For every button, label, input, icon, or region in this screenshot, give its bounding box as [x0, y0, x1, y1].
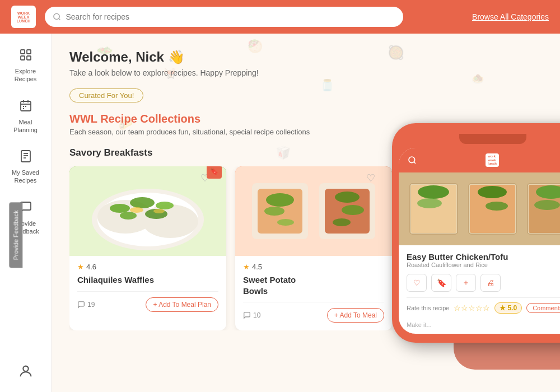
- phone-header: work week lunch: [399, 148, 560, 172]
- svg-rect-2: [27, 50, 31, 54]
- svg-rect-3: [21, 56, 25, 60]
- search-input[interactable]: [66, 12, 395, 21]
- sidebar-item-explore[interactable]: ExploreRecipes: [3, 43, 48, 89]
- heart-icon-2[interactable]: ♡: [366, 172, 375, 184]
- phone-recipe-details: Easy Butter Chicken/Tofu Roasted Caulifl…: [399, 245, 560, 318]
- card-body-1: ★ 4.6 Chilaquiles Waffles 19 + Add To Me…: [69, 256, 226, 320]
- meal-planning-icon: [19, 99, 32, 116]
- phone-recipe-image: [399, 172, 560, 245]
- phone-star-filled: ★: [500, 304, 506, 312]
- logo-text-1: work: [17, 11, 30, 15]
- card-footer-2: 10 + Add To Meal: [243, 302, 384, 323]
- phone-recipe-subtitle: Roasted Cauliflower and Rice: [407, 262, 560, 268]
- feedback-tab[interactable]: Provide Feedback: [9, 203, 22, 268]
- phone-heart-btn[interactable]: ♡: [407, 274, 427, 292]
- svg-rect-1: [21, 50, 25, 54]
- phone-star-empty: ☆☆☆☆☆: [454, 304, 490, 312]
- phone-bookmark-btn[interactable]: 🔖: [431, 274, 451, 292]
- svg-point-38: [277, 219, 294, 226]
- svg-rect-4: [27, 56, 31, 60]
- phone-logo-line3: lunch: [488, 162, 497, 166]
- svg-point-34: [266, 193, 294, 207]
- notch-inner: [459, 134, 526, 144]
- phone-score-value: 5.0: [507, 304, 517, 312]
- browse-all-link[interactable]: Browse All Categories: [472, 12, 549, 21]
- bookmark-icon-1: 🔖: [207, 166, 222, 179]
- svg-point-22: [110, 204, 130, 213]
- phone-notch: [399, 132, 560, 146]
- sidebar-saved-label: My SavedRecipes: [12, 169, 39, 185]
- user-avatar[interactable]: [18, 363, 34, 383]
- sidebar-meal-planning-label: MealPlanning: [13, 118, 38, 134]
- svg-point-16: [23, 366, 28, 371]
- rating-score-2: 4.5: [252, 263, 262, 271]
- logo-text-3: lunch: [17, 19, 31, 23]
- search-icon: [53, 12, 61, 21]
- phone-search-icon[interactable]: [408, 156, 417, 165]
- phone-screen: work week lunch: [399, 148, 560, 334]
- phone-overlay: work week lunch: [392, 123, 560, 343]
- card-comments-2: 10: [243, 311, 260, 319]
- add-to-meal-plan-btn-2[interactable]: + Add To Meal: [327, 308, 384, 323]
- svg-rect-12: [21, 151, 30, 162]
- phone-logo-line2: week: [488, 158, 497, 162]
- card-rating-1: ★ 4.6: [77, 263, 218, 271]
- comment-icon-1: [77, 301, 85, 309]
- app-header: work week lunch Browse All Categories: [0, 0, 560, 34]
- phone-make-label: Make it...: [407, 321, 432, 328]
- recipe-card-chilaquiles: ♡ 🔖 ★ 4.6 Chilaquiles Waffles 19: [69, 166, 226, 330]
- app-logo[interactable]: work week lunch: [11, 6, 36, 28]
- phone-rating-row: Rate this recipe ☆☆☆☆☆ ★ 5.0 Comments: [407, 297, 560, 314]
- phone-add-btn[interactable]: ＋: [456, 274, 476, 292]
- welcome-tagline: Take a look below to explore recipes. Ha…: [69, 68, 542, 77]
- card-comments-1: 19: [77, 301, 95, 309]
- sidebar-item-meal-planning[interactable]: MealPlanning: [3, 94, 48, 140]
- sidebar-item-saved[interactable]: My SavedRecipes: [3, 144, 48, 190]
- phone-print-btn[interactable]: 🖨: [480, 274, 501, 292]
- svg-point-37: [342, 205, 364, 215]
- phone-logo: work week lunch: [486, 153, 499, 167]
- sidebar: ExploreRecipes MealPlanning My SavedReci…: [0, 34, 52, 392]
- svg-point-26: [120, 212, 137, 220]
- phone-recipe-name: Easy Butter Chicken/Tofu: [407, 252, 560, 262]
- card-footer-1: 19 + Add To Meal Plan: [77, 291, 218, 312]
- card-body-2: ★ 4.5 Sweet PotatoBowls 10 + Add To Meal: [235, 256, 392, 330]
- username-text: Nick: [136, 49, 164, 64]
- svg-point-39: [333, 218, 351, 226]
- search-bar[interactable]: [45, 7, 403, 27]
- card-name-2: Sweet PotatoBowls: [243, 274, 384, 296]
- svg-point-27: [130, 207, 143, 213]
- svg-point-40: [409, 157, 415, 163]
- svg-point-21: [142, 204, 198, 238]
- add-to-meal-plan-btn-1[interactable]: + Add To Meal Plan: [146, 297, 218, 312]
- phone-score-badge: ★ 5.0: [494, 302, 522, 314]
- saved-recipes-icon: [19, 150, 32, 166]
- svg-point-55: [486, 202, 508, 211]
- feedback-tab-label: Provide Feedback: [12, 211, 19, 260]
- svg-point-52: [478, 186, 507, 198]
- phone-content: Easy Butter Chicken/Tofu Roasted Caulifl…: [399, 172, 560, 334]
- card-image-1: ♡ 🔖: [69, 166, 226, 256]
- svg-point-35: [335, 192, 360, 203]
- phone-rate-label: Rate this recipe: [407, 305, 449, 311]
- phone-comments-btn[interactable]: Comments: [526, 303, 560, 313]
- svg-point-28: [153, 209, 165, 213]
- star-icon-1: ★: [77, 263, 84, 271]
- card-name-1: Chilaquiles Waffles: [77, 274, 218, 286]
- welcome-text: Welcome,: [69, 49, 136, 64]
- phone-logo-line1: work: [488, 155, 497, 158]
- svg-point-54: [417, 198, 442, 208]
- comment-count-1: 19: [87, 301, 95, 309]
- svg-point-0: [54, 13, 59, 19]
- svg-point-36: [264, 207, 284, 216]
- svg-point-24: [156, 202, 174, 209]
- main-content: 🥗 🫕 🥙 🫙 🥘 🧆 🌮 🥡 🥣 Welcome, Nick 👋 Take a…: [52, 34, 560, 392]
- curated-badge: Curated For You!: [69, 88, 143, 102]
- card-rating-2: ★ 4.5: [243, 263, 384, 271]
- phone-frame: work week lunch: [392, 123, 560, 343]
- sidebar-explore-label: ExploreRecipes: [15, 67, 37, 83]
- recipe-card-sweetpotato: ♡ ★ 4.5 Sweet PotatoBowls 10: [235, 166, 392, 330]
- welcome-heading: Welcome, Nick 👋: [69, 49, 542, 65]
- explore-icon: [19, 48, 32, 65]
- svg-point-56: [534, 200, 560, 210]
